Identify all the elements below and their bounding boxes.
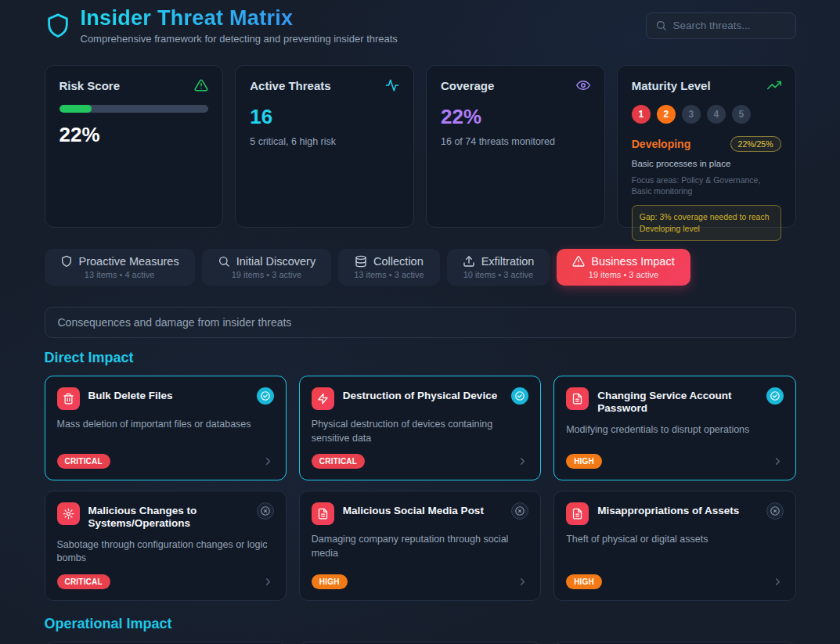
coverage-subtext: 16 of 74 threats monitored	[441, 136, 590, 147]
trending-up-icon	[767, 78, 781, 92]
tab-business-impact[interactable]: Business Impact 19 items • 3 active	[557, 249, 690, 286]
maturity-desc: Basic processes in place	[632, 159, 781, 168]
threat-card-grid: Bulk Delete Files Mass deletion of impor…	[45, 376, 796, 601]
threat-card-title: Malicious Social Media Post	[343, 502, 503, 517]
settings-icon	[57, 502, 80, 525]
threat-sections: Direct Impact Bulk Delete Files Mass del…	[45, 350, 796, 644]
section-heading: Direct Impact	[45, 350, 796, 366]
chevron-right-icon	[772, 455, 784, 467]
x-circle-icon[interactable]	[257, 502, 274, 520]
maturity-label: Developing	[632, 138, 690, 150]
threat-card[interactable]: Malicious Changes to Systems/Operations …	[45, 491, 287, 601]
threat-card-title: Destruction of Physical Device	[343, 387, 503, 402]
stat-title: Maturity Level	[632, 79, 711, 92]
shield-logo-icon	[45, 13, 71, 39]
threat-card[interactable]: Malicious Social Media Post Damaging com…	[299, 491, 541, 601]
search-icon	[655, 20, 667, 31]
active-threats-value: 16	[250, 105, 399, 129]
stat-card-risk-score: Risk Score 22%	[45, 65, 224, 228]
maturity-level-dots: 1 2 3 4 5	[632, 105, 781, 124]
tab-meta: 19 items • 3 active	[589, 270, 658, 279]
category-tabs: Proactive Measures 13 items • 4 active I…	[45, 249, 796, 286]
section-operational-impact: Operational Impact Anomalous Time/Freque…	[45, 616, 796, 644]
tab-label: Collection	[373, 255, 424, 268]
active-threats-subtext: 5 critical, 6 high risk	[250, 136, 399, 147]
maturity-progress-badge: 22%/25%	[730, 136, 781, 152]
risk-progress-fill	[59, 105, 92, 113]
page-container: Insider Threat Matrix Comprehensive fram…	[45, 0, 796, 644]
threat-card[interactable]: Changing Service Account Password Modify…	[553, 376, 795, 480]
threat-card-description: Mass deletion of important files or data…	[57, 418, 274, 432]
file-text-icon	[566, 387, 589, 410]
x-circle-icon[interactable]	[766, 502, 784, 520]
threat-card-title: Misappropriations of Assets	[597, 502, 757, 517]
severity-badge: HIGH	[566, 454, 602, 469]
maturity-gap-note: Gap: 3% coverage needed to reach Develop…	[632, 205, 781, 240]
x-circle-icon[interactable]	[511, 502, 528, 520]
check-circle-icon[interactable]	[766, 387, 784, 405]
risk-progress-bar	[59, 105, 209, 113]
tab-meta: 19 items • 3 active	[232, 270, 301, 279]
brand: Insider Threat Matrix Comprehensive fram…	[45, 6, 398, 45]
maturity-dot-3: 3	[682, 105, 701, 124]
stat-title: Risk Score	[59, 79, 121, 92]
tab-initial-discovery[interactable]: Initial Discovery 19 items • 3 active	[202, 249, 332, 286]
page-subtitle: Comprehensive framework for detecting an…	[81, 33, 398, 45]
stat-title: Coverage	[441, 79, 494, 92]
tab-exfiltration[interactable]: Exfiltration 10 items • 3 active	[447, 249, 550, 286]
threat-card-description: Theft of physical or digital assets	[566, 533, 783, 547]
stats-row: Risk Score 22% Active Threats 16 5 criti…	[45, 65, 796, 228]
risk-score-value: 22%	[59, 123, 209, 147]
tab-meta: 10 items • 3 active	[463, 270, 533, 279]
tab-label: Initial Discovery	[236, 255, 316, 268]
header: Insider Threat Matrix Comprehensive fram…	[45, 6, 796, 45]
search-icon	[218, 255, 230, 268]
maturity-dot-2: 2	[657, 105, 676, 124]
search-box[interactable]	[646, 13, 796, 39]
severity-badge: CRITICAL	[57, 454, 110, 469]
tab-collection[interactable]: Collection 13 items • 3 active	[338, 249, 439, 286]
maturity-dot-1: 1	[632, 105, 651, 124]
category-description: Consequences and damage from insider thr…	[45, 307, 796, 338]
stat-card-active-threats: Active Threats 16 5 critical, 6 high ris…	[235, 65, 414, 228]
trash-icon	[57, 387, 80, 410]
coverage-value: 22%	[441, 105, 590, 129]
stat-card-coverage: Coverage 22% 16 of 74 threats monitored	[426, 65, 605, 228]
file-text-icon	[312, 502, 334, 525]
section-direct-impact: Direct Impact Bulk Delete Files Mass del…	[45, 350, 796, 601]
chevron-right-icon	[772, 576, 784, 588]
zap-icon	[312, 387, 334, 410]
maturity-dot-4: 4	[707, 105, 726, 124]
database-icon	[355, 255, 367, 268]
upload-icon	[463, 255, 475, 268]
chevron-right-icon	[262, 455, 274, 467]
threat-card[interactable]: Destruction of Physical Device Physical …	[299, 376, 541, 480]
file-text-icon	[566, 502, 589, 525]
threat-card-title: Changing Service Account Password	[597, 387, 757, 416]
threat-card-description: Physical destruction of devices containi…	[312, 418, 528, 445]
eye-icon	[576, 78, 590, 92]
threat-card-title: Malicious Changes to Systems/Operations	[88, 502, 248, 531]
threat-card[interactable]: Bulk Delete Files Mass deletion of impor…	[45, 376, 287, 480]
threat-card[interactable]: Misappropriations of Assets Theft of phy…	[553, 491, 795, 601]
severity-badge: CRITICAL	[312, 454, 365, 469]
threat-card-description: Modifying credentials to disrupt operati…	[566, 423, 783, 437]
alert-triangle-icon	[194, 78, 208, 92]
threat-card-title: Bulk Delete Files	[88, 387, 248, 402]
chevron-right-icon	[517, 455, 528, 467]
alert-triangle-icon	[572, 255, 585, 268]
search-input[interactable]	[673, 20, 787, 31]
severity-badge: HIGH	[566, 574, 602, 589]
tab-label: Proactive Measures	[79, 255, 179, 268]
page-title: Insider Threat Matrix	[81, 6, 398, 31]
maturity-dot-5: 5	[732, 105, 751, 124]
maturity-focus-areas: Focus areas: Policy & Governance, Basic …	[632, 174, 781, 196]
check-circle-icon[interactable]	[511, 387, 528, 405]
tab-proactive-measures[interactable]: Proactive Measures 13 items • 4 active	[45, 249, 195, 286]
severity-badge: CRITICAL	[57, 574, 110, 589]
threat-card-description: Damaging company reputation through soci…	[312, 533, 528, 560]
check-circle-icon[interactable]	[257, 387, 274, 405]
stat-card-maturity: Maturity Level 1 2 3 4 5 Developing 22%/…	[617, 65, 796, 228]
tab-label: Business Impact	[591, 255, 674, 268]
chevron-right-icon	[517, 576, 528, 588]
